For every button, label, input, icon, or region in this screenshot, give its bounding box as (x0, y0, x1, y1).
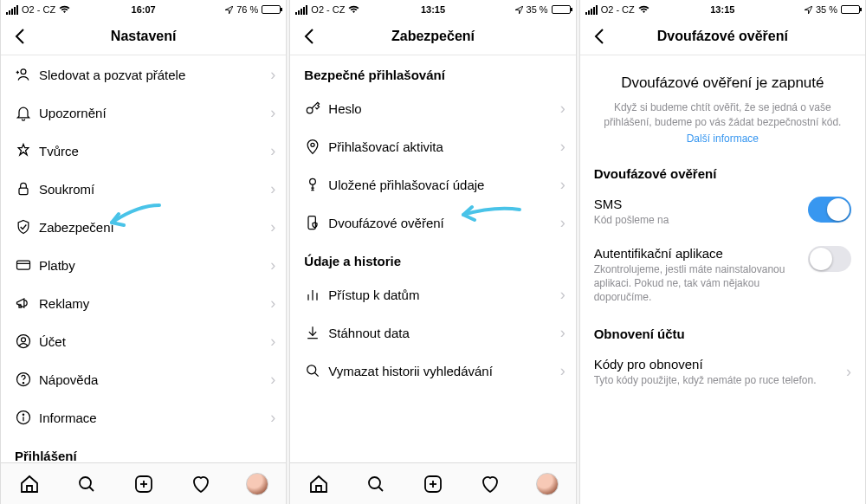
user-plus-icon (15, 66, 39, 83)
two-factor-content[interactable]: Dvoufázové ověření je zapnuté Když si bu… (580, 55, 865, 504)
tab-bar (1, 462, 286, 504)
section-two-factor-header: Dvoufázové ověření (580, 154, 865, 188)
item-label: Zabezpečení (39, 220, 270, 235)
avatar (536, 473, 559, 495)
tab-new-post[interactable] (130, 470, 158, 498)
chevron-right-icon: › (270, 409, 275, 427)
security-item-login-activity[interactable]: Přihlašovací aktivita › (290, 127, 575, 165)
svg-line-29 (315, 373, 319, 377)
battery-icon (262, 5, 281, 14)
settings-item-notifications[interactable]: Upozornění › (1, 94, 286, 132)
svg-point-8 (22, 338, 26, 342)
star-badge-icon (15, 142, 39, 159)
item-label: Vymazat historii vyhledávání (328, 364, 559, 378)
clock: 16:07 (1, 4, 286, 15)
tab-home[interactable] (305, 470, 333, 498)
item-label: Přihlašovací aktivita (328, 139, 559, 154)
settings-item-help[interactable]: Nápověda › (1, 360, 286, 398)
tab-search[interactable] (73, 470, 100, 498)
tab-activity[interactable] (476, 470, 504, 498)
chevron-right-icon: › (270, 371, 275, 389)
bell-icon (15, 104, 39, 121)
tab-activity[interactable] (187, 470, 215, 498)
tab-bar (290, 462, 575, 504)
more-info-link[interactable]: Další informace (687, 132, 759, 145)
avatar (246, 473, 268, 495)
security-list[interactable]: Bezpečné přihlašování Heslo › Přihlašova… (290, 55, 575, 462)
sms-subtitle: Kód pošleme na (594, 213, 798, 227)
item-label: Informace (39, 410, 270, 425)
chevron-right-icon: › (560, 362, 565, 380)
svg-rect-4 (19, 188, 28, 195)
security-item-download-data[interactable]: Stáhnout data › (290, 313, 575, 352)
hero-subtitle: Když si budeme chtít ověřit, že se jedná… (603, 100, 843, 130)
battery-icon (841, 5, 860, 14)
item-label: Účet (39, 334, 270, 349)
card-icon (15, 256, 39, 274)
tab-search[interactable] (362, 470, 390, 498)
app-title: Autentifikační aplikace (594, 246, 798, 261)
item-label: Soukromí (39, 182, 270, 197)
megaphone-icon (15, 294, 39, 312)
security-item-clear-search[interactable]: Vymazat historii vyhledávání › (290, 352, 575, 390)
recovery-subtitle: Tyto kódy použijte, když nemáte po ruce … (594, 373, 836, 387)
settings-item-about[interactable]: Informace › (1, 398, 286, 436)
security-item-password[interactable]: Heslo › (290, 89, 575, 127)
item-label: Nápověda (39, 372, 270, 387)
settings-item-follow-invite[interactable]: Sledovat a pozvat přátele › (1, 55, 286, 94)
sms-toggle[interactable] (808, 197, 851, 223)
screen-settings: O2 - CZ 16:07 76 % Nastavení Sledovat a … (0, 0, 287, 504)
page-title: Zabezpečení (290, 29, 575, 44)
security-item-saved-login[interactable]: Uložené přihlašovací údaje › (290, 165, 575, 204)
bars-icon (304, 286, 328, 303)
section-data-history-header: Údaje a historie (290, 242, 575, 275)
settings-item-security[interactable]: Zabezpečení › (1, 208, 286, 246)
svg-line-15 (89, 487, 94, 491)
sms-title: SMS (594, 197, 798, 211)
recovery-codes-row[interactable]: Kódy pro obnovení Tyto kódy použijte, kd… (580, 348, 865, 397)
security-item-data-access[interactable]: Přístup k datům › (290, 275, 575, 313)
chevron-right-icon: › (270, 218, 275, 236)
chevron-right-icon: › (560, 100, 565, 118)
settings-list[interactable]: Sledovat a pozvat přátele › Upozornění ›… (1, 55, 286, 462)
tab-home[interactable] (16, 470, 43, 498)
section-secure-login-header: Bezpečné přihlašování (290, 55, 575, 89)
settings-item-ads[interactable]: Reklamy › (1, 284, 286, 322)
key-icon (304, 100, 328, 117)
status-bar: O2 - CZ 16:07 76 % (1, 0, 286, 17)
app-toggle[interactable] (808, 246, 851, 272)
two-factor-app-row: Autentifikační aplikace Zkontrolujeme, j… (580, 237, 865, 315)
tab-profile[interactable] (243, 470, 271, 498)
item-label: Sledovat a pozvat přátele (39, 68, 270, 82)
battery-icon (552, 5, 571, 14)
status-bar: O2 - CZ 13:15 35 % (580, 0, 865, 17)
tab-profile[interactable] (533, 470, 561, 498)
svg-marker-3 (18, 145, 29, 156)
lock-icon (15, 180, 39, 197)
svg-point-20 (311, 143, 314, 146)
settings-item-privacy[interactable]: Soukromí › (1, 170, 286, 208)
chevron-right-icon: › (560, 138, 565, 156)
security-item-two-factor[interactable]: Dvoufázové ověření › (290, 204, 575, 242)
item-label: Stáhnout data (328, 326, 559, 340)
svg-line-31 (378, 487, 383, 491)
item-label: Upozornění (39, 106, 270, 120)
phone-shield-icon (304, 214, 328, 231)
shield-check-icon (15, 218, 39, 236)
settings-item-payments[interactable]: Platby › (1, 246, 286, 284)
chevron-right-icon: › (846, 363, 851, 381)
hero: Dvoufázové ověření je zapnuté Když si bu… (580, 55, 865, 154)
chevron-right-icon: › (270, 180, 275, 198)
chevron-right-icon: › (270, 256, 275, 275)
help-icon (15, 371, 39, 388)
screen-two-factor: O2 - CZ 13:15 35 % Dvoufázové ověření Dv… (579, 0, 866, 504)
settings-item-creator[interactable]: Tvůrce › (1, 132, 286, 170)
svg-rect-5 (17, 261, 30, 269)
chevron-right-icon: › (270, 104, 275, 122)
settings-item-account[interactable]: Účet › (1, 322, 286, 360)
pin-icon (304, 138, 328, 155)
item-label: Platby (39, 258, 270, 273)
chevron-right-icon: › (560, 214, 565, 232)
tab-new-post[interactable] (419, 470, 447, 498)
info-icon (15, 409, 39, 426)
